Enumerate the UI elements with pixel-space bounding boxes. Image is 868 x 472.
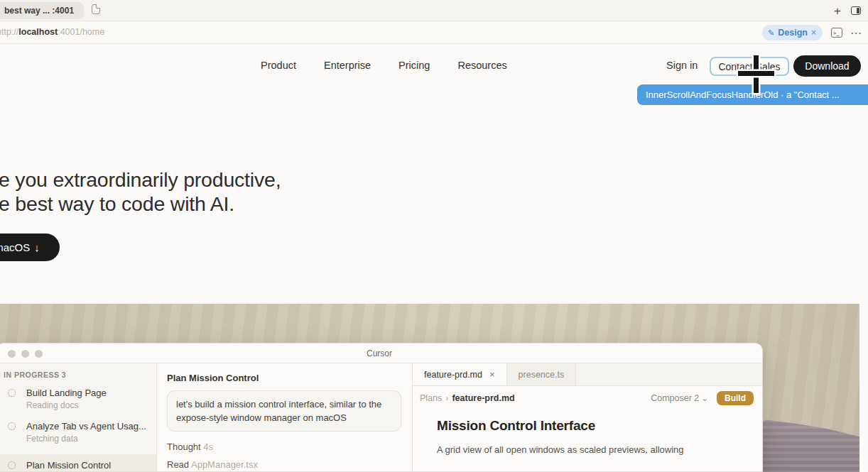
design-mode-badge[interactable]: ✎ Design × (762, 25, 823, 40)
sidebar-item-analyze-usage[interactable]: Analyze Tab vs Agent Usag... Fetching da… (0, 421, 156, 444)
terminal-icon[interactable]: >_ (831, 28, 842, 38)
tab-presence[interactable]: presence.ts (507, 363, 577, 385)
sidebar-item-build-landing-page[interactable]: Build Landing Page Reading docs (0, 388, 156, 410)
editor-tab-bar: feature-prd.md × presence.ts (413, 363, 762, 386)
document-title: Mission Control Interface (437, 418, 761, 434)
toggle-sidebar-icon[interactable] (851, 6, 861, 15)
hero-headline-line1: e you extraordinarily productive, (0, 168, 281, 192)
nav-resources[interactable]: Resources (457, 60, 506, 71)
hero-headline-line2: e best way to code with AI. (0, 192, 281, 216)
design-pen-icon: ✎ (768, 28, 774, 38)
crosshair-horizontal (738, 71, 774, 76)
url-host: localhost (18, 27, 58, 37)
spinner-icon (8, 461, 16, 469)
agent-steps: Thought 4s Read AppManager.tsx Searched … (167, 441, 401, 472)
page-preview-icon[interactable] (92, 4, 100, 14)
download-macos-label: macOS (0, 241, 30, 253)
sign-in-link[interactable]: Sign in (666, 60, 698, 71)
sidebar-section-label: IN PROGRESS 3 (0, 371, 156, 388)
step-read[interactable]: Read AppManager.tsx (167, 459, 401, 470)
traffic-lights (8, 350, 43, 358)
user-message-bubble: let's build a mission control interface,… (167, 390, 401, 432)
breadcrumb-file[interactable]: feature-prd.md (452, 393, 514, 403)
hero-headline: e you extraordinarily productive, e best… (0, 168, 281, 216)
step-thought[interactable]: Thought 4s (167, 441, 401, 452)
painting-hill (746, 407, 859, 472)
breadcrumb-separator-icon: › (445, 393, 448, 403)
cursor-app-window: Cursor IN PROGRESS 3 Build Landing Page … (0, 343, 763, 472)
chat-panel: Plan Mission Control let's build a missi… (157, 363, 413, 472)
more-options-icon[interactable]: ··· (851, 28, 862, 38)
url-field[interactable]: http://localhost:4001/home (0, 27, 104, 37)
zoom-window-icon[interactable] (35, 350, 43, 358)
url-path: :4001/home (58, 27, 104, 37)
window-title: Cursor (367, 348, 392, 358)
close-window-icon[interactable] (8, 350, 16, 358)
download-arrow-icon: ↓ (34, 241, 40, 253)
breadcrumb-root[interactable]: Plans (420, 393, 442, 403)
browser-tab-bar: best way ... :4001 + (0, 0, 868, 21)
chat-header: Plan Mission Control (167, 373, 401, 383)
spinner-icon (8, 389, 16, 397)
download-button[interactable]: Download (793, 55, 861, 77)
tasks-sidebar: IN PROGRESS 3 Build Landing Page Reading… (0, 363, 157, 472)
url-scheme: http:// (0, 27, 18, 37)
spinner-icon (8, 422, 16, 430)
document-body: A grid view of all open windows as scale… (437, 444, 761, 455)
nav-product[interactable]: Product (261, 60, 296, 71)
new-tab-icon[interactable]: + (834, 5, 841, 17)
build-badge[interactable]: Build (717, 391, 754, 405)
tab-feature-prd[interactable]: feature-prd.md × (413, 363, 507, 385)
composer-dropdown[interactable]: Composer 2 ⌄ (651, 393, 708, 403)
window-title-bar[interactable]: Cursor (0, 344, 762, 363)
download-macos-button[interactable]: macOS ↓ (0, 234, 60, 261)
site-nav: Product Enterprise Pricing Resources (261, 60, 507, 71)
design-badge-close-icon[interactable]: × (811, 28, 816, 38)
design-badge-label: Design (778, 28, 808, 38)
inspector-tooltip: InnerScrollAndFocusHandlerOld · a "Conta… (637, 84, 868, 105)
browser-tab-title: best way ... :4001 (4, 6, 74, 16)
chevron-down-icon: ⌄ (702, 394, 708, 402)
sidebar-item-plan-mission-control[interactable]: Plan Mission Control (0, 454, 156, 472)
url-bar: http://localhost:4001/home ✎ Design × >_… (0, 21, 868, 44)
nav-pricing[interactable]: Pricing (398, 60, 430, 71)
minimize-window-icon[interactable] (21, 350, 29, 358)
close-tab-icon[interactable]: × (489, 369, 495, 380)
editor-panel: feature-prd.md × presence.ts Plans › fea… (413, 363, 762, 472)
document-preview: Mission Control Interface A grid view of… (413, 410, 762, 455)
browser-tab[interactable]: best way ... :4001 (0, 2, 84, 19)
nav-enterprise[interactable]: Enterprise (324, 60, 371, 71)
